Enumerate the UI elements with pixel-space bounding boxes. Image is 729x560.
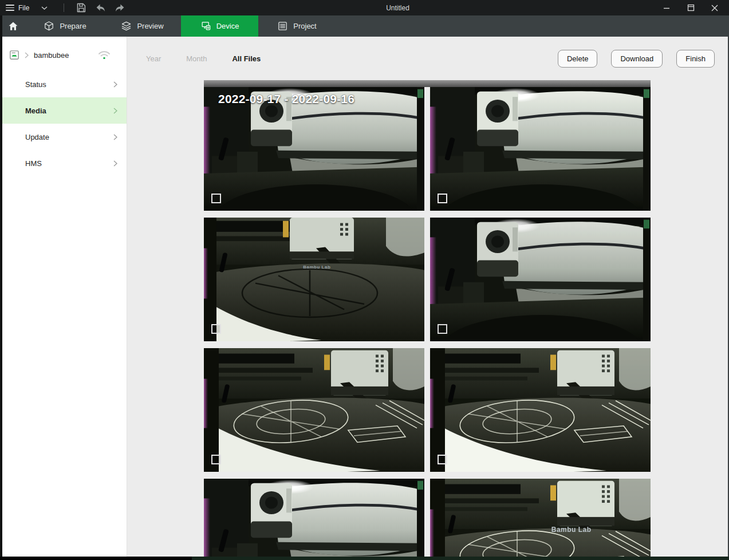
printer-brand-label: Bambu Lab: [551, 526, 592, 534]
minimize-button[interactable]: [655, 0, 679, 15]
window-left-border: [0, 15, 2, 560]
window-controls: [655, 0, 727, 15]
thumbnail-checkbox[interactable]: [211, 324, 221, 334]
thumbnail-checkbox[interactable]: [438, 324, 447, 334]
print-bed-photo: [204, 218, 424, 341]
device-icon: [200, 21, 211, 31]
media-thumbnail-6[interactable]: [430, 348, 651, 472]
maximize-button[interactable]: [679, 0, 703, 15]
chevron-right-icon: [25, 52, 29, 58]
close-button[interactable]: [703, 0, 727, 15]
tab-project[interactable]: Project: [258, 15, 336, 37]
device-header[interactable]: bambubee: [0, 45, 127, 65]
save-icon: [76, 2, 86, 13]
save-button[interactable]: [72, 0, 89, 15]
sidebar-item-update[interactable]: Update: [0, 124, 127, 150]
undo-button[interactable]: [92, 0, 109, 15]
print-bed-first-layer-photo: [430, 479, 651, 560]
media-thumbnail-7[interactable]: [204, 479, 424, 560]
tab-project-label: Project: [293, 22, 316, 30]
delete-button[interactable]: Delete: [558, 50, 598, 68]
maximize-icon: [687, 4, 695, 11]
media-thumbnail-3[interactable]: Bambu Lab: [204, 218, 424, 341]
undo-icon: [95, 2, 106, 13]
print-bed-first-layer-photo: [430, 348, 651, 472]
date-group-gradient-band: [204, 80, 651, 87]
window-title: Untitled: [386, 4, 409, 12]
tab-prepare-label: Prepare: [60, 22, 86, 30]
project-list-icon: [277, 21, 288, 31]
thumbnail-checkbox[interactable]: [438, 194, 447, 203]
media-scroll-area[interactable]: 2022-09-17 - 2022-09-16 Bambu Lab: [127, 80, 729, 560]
media-thumbnail-2[interactable]: [430, 87, 651, 211]
sidebar-item-status[interactable]: Status: [0, 71, 127, 97]
toolbar-separator: [64, 3, 64, 12]
media-thumbnail-1[interactable]: 2022-09-17 - 2022-09-16: [204, 87, 424, 211]
printer-chamber-photo: [204, 479, 424, 560]
sidebar-item-status-label: Status: [25, 80, 46, 89]
sidebar-item-hms-label: HMS: [25, 159, 42, 168]
chevron-down-icon: [41, 6, 48, 10]
filter-tab-year[interactable]: Year: [146, 54, 161, 63]
thumbnail-checkbox[interactable]: [211, 455, 221, 464]
redo-icon: [115, 2, 125, 13]
chevron-right-icon: [113, 81, 117, 88]
device-sidebar: bambubee Status Media Update: [0, 37, 127, 560]
wifi-icon: [98, 50, 111, 60]
printer-chamber-photo: [430, 87, 651, 211]
thumbnail-checkbox[interactable]: [211, 194, 221, 203]
sidebar-item-hms[interactable]: HMS: [0, 150, 127, 176]
printer-icon: [9, 50, 19, 60]
device-name: bambubee: [34, 51, 69, 60]
sidebar-item-media-label: Media: [25, 107, 46, 115]
tab-prepare[interactable]: Prepare: [26, 15, 104, 37]
media-actions: Delete Download Finish: [558, 50, 715, 68]
sidebar-item-media[interactable]: Media: [0, 97, 127, 124]
file-menu-button[interactable]: File: [0, 0, 53, 15]
media-panel: Year Month All Files Delete Download Fin…: [127, 37, 729, 560]
tab-preview-label: Preview: [137, 22, 163, 30]
media-header: Year Month All Files Delete Download Fin…: [127, 37, 729, 80]
finish-button[interactable]: Finish: [676, 50, 715, 68]
media-thumbnail-5[interactable]: [204, 348, 424, 472]
tab-preview[interactable]: Preview: [104, 15, 181, 37]
printer-brand-label: Bambu Lab: [303, 265, 330, 270]
chevron-right-icon: [113, 108, 117, 114]
redo-button[interactable]: [111, 0, 128, 15]
home-button[interactable]: [0, 15, 26, 37]
chevron-right-icon: [113, 160, 117, 167]
media-thumbnail-8[interactable]: Bambu Lab: [430, 479, 651, 560]
printer-chamber-photo: [430, 218, 651, 341]
cube-icon: [44, 21, 54, 31]
home-icon: [7, 21, 19, 32]
thumbnail-checkbox[interactable]: [438, 455, 447, 464]
filter-tab-all-files[interactable]: All Files: [232, 54, 261, 63]
main-tabbar: Prepare Preview Device Project: [0, 15, 729, 37]
minimize-icon: [663, 5, 670, 11]
hamburger-icon: [6, 5, 14, 11]
tab-device[interactable]: Device: [181, 15, 258, 37]
media-thumbnail-4[interactable]: [430, 218, 651, 341]
download-button[interactable]: Download: [611, 50, 663, 68]
print-bed-first-layer-photo: [204, 348, 424, 472]
media-grid: 2022-09-17 - 2022-09-16 Bambu Lab: [204, 87, 651, 560]
layers-icon: [121, 21, 132, 31]
sidebar-item-update-label: Update: [25, 133, 49, 141]
window-bottom-border: [0, 557, 729, 560]
filter-tab-month[interactable]: Month: [186, 54, 207, 63]
date-group-label: 2022-09-17 - 2022-09-16: [218, 92, 354, 106]
tab-device-label: Device: [216, 22, 239, 30]
close-icon: [711, 5, 718, 11]
chevron-right-icon: [113, 134, 117, 140]
file-menu-label: File: [18, 4, 29, 12]
titlebar: File Untitled: [0, 0, 729, 15]
